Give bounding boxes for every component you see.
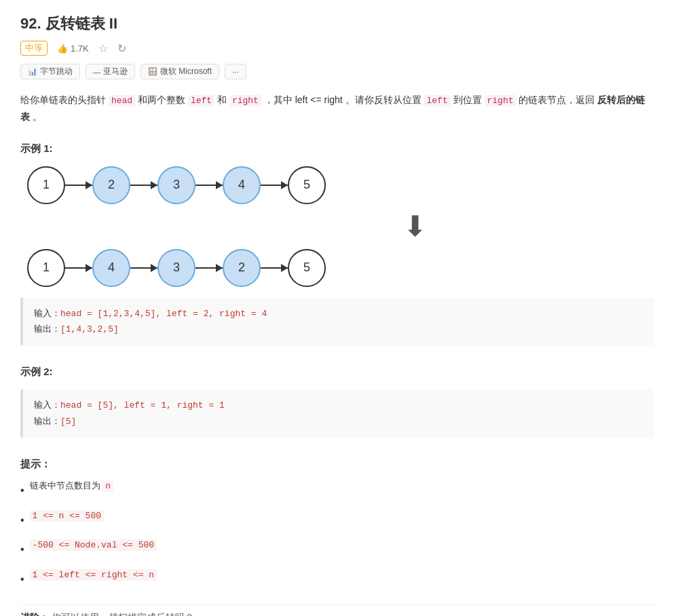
difficulty-badge: 中等: [20, 41, 48, 56]
advanced-label: 进阶：: [20, 612, 49, 616]
hint-text-4: 1 <= left <= right <= n: [30, 568, 157, 583]
top-list-row: 1 2 3 4 5: [27, 166, 326, 204]
hint-text-1: 链表中节点数目为 n: [30, 479, 113, 494]
tag-more[interactable]: ···: [225, 64, 246, 79]
hint-item-2: • 1 <= n <= 500: [20, 509, 654, 529]
node-bottom-4: 4: [92, 249, 130, 287]
tags-row: 📊 字节跳动 — 亚马逊 🪟 微软 Microsoft ···: [20, 64, 654, 79]
amazon-icon: —: [93, 68, 100, 76]
advanced-text: 你可以使用一趟扫描完成反转吗？: [52, 612, 194, 616]
node-top-2: 2: [92, 166, 130, 204]
example1-block: 示例 1: 1 2 3 4 5 ⬇ 1 4 3 2 5: [20, 142, 654, 346]
advanced-section: 进阶： 你可以使用一趟扫描完成反转吗？: [20, 604, 654, 616]
meta-row: 中等 👍 1.7K ☆ ↻: [20, 41, 654, 56]
refresh-icon[interactable]: ↻: [117, 42, 126, 55]
tag-bytedance[interactable]: 📊 字节跳动: [20, 64, 80, 79]
tag-amazon-label: 亚马逊: [103, 66, 128, 77]
example1-input: 输入：head = [1,2,3,4,5], left = 2, right =…: [34, 306, 643, 322]
code-right2: right: [485, 95, 517, 107]
arrow-bottom-2: [130, 267, 157, 269]
node-bottom-1: 1: [27, 249, 65, 287]
hint-item-4: • 1 <= left <= right <= n: [20, 568, 654, 588]
hint-dot-3: •: [20, 541, 24, 558]
arrow-bottom-4: [261, 267, 288, 269]
bottom-list-row: 1 4 3 2 5: [27, 249, 326, 287]
node-bottom-2: 2: [223, 249, 261, 287]
example2-input: 输入：head = [5], left = 1, right = 1: [34, 398, 643, 413]
hint-dot-4: •: [20, 571, 24, 588]
tag-microsoft-label: 微软 Microsoft: [160, 66, 212, 77]
code-right: right: [229, 95, 261, 107]
arrow-top-2: [130, 185, 157, 186]
star-icon[interactable]: ☆: [98, 42, 108, 55]
hint-dot-1: •: [20, 482, 24, 499]
node-top-3: 3: [157, 166, 195, 204]
arrow-bottom-1: [65, 267, 92, 269]
hint-dot-2: •: [20, 512, 24, 529]
node-top-5: 5: [288, 166, 326, 204]
hint-item-3: • -500 <= Node.val <= 500: [20, 538, 654, 558]
hint-text-3: -500 <= Node.val <= 500: [30, 538, 157, 553]
tag-amazon[interactable]: — 亚马逊: [86, 64, 135, 79]
node-bottom-3: 3: [157, 249, 195, 287]
page-title: 92. 反转链表 II: [20, 14, 654, 34]
microsoft-icon: 🪟: [148, 67, 157, 76]
node-bottom-5: 5: [288, 249, 326, 287]
bytedance-icon: 📊: [28, 67, 37, 76]
code-head: head: [109, 95, 135, 107]
node-top-4: 4: [223, 166, 261, 204]
example1-title: 示例 1:: [20, 142, 654, 155]
node-top-1: 1: [27, 166, 65, 204]
example1-code: 输入：head = [1,2,3,4,5], left = 2, right =…: [20, 298, 654, 346]
problem-description: 给你单链表的头指针 head 和两个整数 left 和 right ，其中 le…: [20, 92, 654, 126]
arrow-bottom-3: [195, 267, 223, 269]
example1-output: 输出：[1,4,3,2,5]: [34, 322, 643, 337]
hints-title: 提示：: [20, 458, 654, 471]
example2-title: 示例 2:: [20, 366, 654, 379]
example2-code: 输入：head = [5], left = 1, right = 1 输出：[5…: [20, 389, 654, 438]
tag-microsoft[interactable]: 🪟 微软 Microsoft: [141, 64, 219, 79]
hints-section: 提示： • 链表中节点数目为 n • 1 <= n <= 500 • -500 …: [20, 458, 654, 588]
down-arrow-icon: ⬇: [403, 212, 427, 241]
example2-output: 输出：[5]: [34, 414, 643, 429]
hint-text-2: 1 <= n <= 500: [30, 509, 104, 524]
example1-diagram: 1 2 3 4 5 ⬇ 1 4 3 2 5: [20, 166, 654, 287]
hint-item-1: • 链表中节点数目为 n: [20, 479, 654, 499]
tag-bytedance-label: 字节跳动: [40, 66, 73, 77]
like-count: 👍 1.7K: [57, 43, 89, 54]
example2-block: 示例 2: 输入：head = [5], left = 1, right = 1…: [20, 366, 654, 438]
code-n: n: [102, 480, 113, 492]
thumb-icon: 👍: [57, 43, 68, 54]
code-left: left: [188, 95, 214, 107]
arrow-top-4: [261, 185, 288, 186]
down-arrow-container: ⬇: [27, 204, 654, 249]
arrow-top-1: [65, 185, 92, 186]
tag-more-label: ···: [232, 67, 239, 77]
code-left2: left: [424, 95, 451, 107]
arrow-top-3: [195, 185, 223, 186]
